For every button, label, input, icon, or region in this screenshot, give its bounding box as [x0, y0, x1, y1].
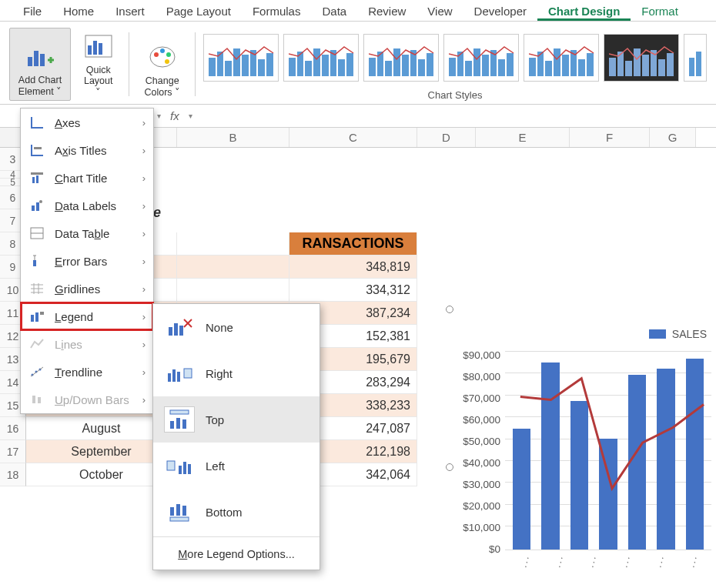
fx-dropdown-icon[interactable]: ▾ — [186, 112, 196, 120]
tab-chart-design[interactable]: Chart Design — [537, 2, 631, 21]
legend-top-icon — [164, 406, 195, 433]
tab-page-layout[interactable]: Page Layout — [156, 2, 242, 21]
table-cell[interactable]: 334,312 — [289, 279, 417, 302]
legend-icon — [28, 309, 45, 324]
svg-rect-38 — [168, 373, 171, 382]
table-cell[interactable] — [177, 232, 289, 256]
tab-file[interactable]: File — [12, 2, 52, 21]
submenu-item-left[interactable]: Left — [153, 443, 320, 489]
data-table-icon — [28, 226, 45, 241]
svg-point-18 — [39, 200, 42, 203]
submenu-item-none[interactable]: None — [153, 304, 320, 350]
submenu-item-right[interactable]: Right — [153, 350, 320, 396]
svg-rect-35 — [179, 326, 183, 336]
chart-style-7[interactable] — [684, 34, 707, 82]
svg-rect-13 — [31, 172, 43, 175]
chart-style-1[interactable] — [203, 34, 279, 82]
svg-rect-39 — [172, 369, 176, 382]
svg-point-10 — [166, 52, 171, 57]
quick-layout-icon — [83, 31, 114, 62]
submenu-item-bottom[interactable]: Bottom — [153, 489, 320, 535]
svg-rect-41 — [184, 369, 192, 378]
tab-review[interactable]: Review — [357, 2, 417, 21]
chart-style-2[interactable] — [283, 34, 359, 82]
row-header[interactable]: 17 — [0, 440, 26, 463]
updown-bars-icon — [28, 392, 45, 407]
chart-styles-gallery[interactable] — [203, 28, 707, 88]
tab-view[interactable]: View — [417, 2, 463, 21]
svg-point-9 — [160, 48, 165, 53]
menu-item-gridlines[interactable]: Gridlines› — [21, 275, 153, 302]
chart-legend[interactable]: SALES — [649, 328, 707, 340]
svg-rect-42 — [170, 410, 189, 414]
chart-resize-handle[interactable] — [446, 306, 453, 313]
svg-rect-53 — [170, 517, 189, 521]
menu-item-axis-titles[interactable]: Axis Titles› — [21, 136, 153, 164]
svg-rect-25 — [35, 312, 38, 322]
chart-style-4[interactable] — [443, 34, 519, 82]
col-header-d[interactable]: D — [417, 128, 476, 147]
svg-rect-31 — [32, 396, 35, 403]
table-cell[interactable] — [177, 256, 289, 279]
menu-item-data-labels[interactable]: Data Labels› — [21, 192, 153, 219]
legend-bottom-icon — [164, 499, 195, 525]
menu-item-error-bars[interactable]: Error Bars› — [21, 247, 153, 275]
col-header-c[interactable]: C — [289, 128, 417, 147]
svg-rect-1 — [34, 51, 38, 66]
tab-formulas[interactable]: Formulas — [242, 2, 312, 21]
svg-rect-0 — [28, 57, 32, 66]
chevron-right-icon: › — [142, 339, 146, 350]
lines-icon — [28, 336, 45, 352]
tab-home[interactable]: Home — [52, 2, 105, 21]
svg-rect-43 — [170, 421, 174, 429]
add-chart-element-button[interactable]: Add Chart Element ˅ — [9, 28, 71, 101]
svg-rect-26 — [40, 312, 44, 315]
fx-icon[interactable]: fx — [164, 109, 186, 122]
menu-item-data-table[interactable]: Data Table› — [21, 219, 153, 247]
svg-rect-12 — [34, 147, 42, 149]
chart-line[interactable] — [505, 351, 711, 550]
col-header-f[interactable]: F — [570, 128, 650, 147]
svg-rect-51 — [176, 504, 180, 516]
legend-swatch-icon — [649, 329, 666, 339]
col-header-b[interactable]: B — [177, 128, 289, 147]
tab-developer[interactable]: Developer — [463, 2, 537, 21]
chart-style-5[interactable] — [524, 34, 599, 82]
menu-item-axes[interactable]: AAxesxes› — [21, 109, 153, 136]
change-colors-button[interactable]: Change Colors ˅ — [137, 28, 187, 101]
row-header[interactable]: 18 — [0, 463, 26, 486]
table-cell[interactable] — [177, 279, 289, 302]
chart-style-6[interactable] — [604, 34, 679, 82]
menu-item-legend[interactable]: Legend› — [21, 302, 153, 330]
svg-rect-52 — [182, 506, 186, 516]
add-chart-element-menu: AAxesxes› Axis Titles› Chart Title› Data… — [20, 108, 154, 414]
menu-item-chart-title[interactable]: Chart Title› — [21, 164, 153, 192]
svg-rect-24 — [31, 315, 34, 322]
chevron-right-icon: › — [142, 366, 146, 378]
svg-rect-34 — [174, 323, 178, 336]
chart-x-axis: ⋰⋰⋰⋰⋰⋰ — [505, 557, 711, 568]
legend-right-icon — [164, 360, 195, 386]
svg-rect-21 — [33, 260, 36, 266]
quick-layout-button[interactable]: Quick Layout ˅ — [75, 28, 121, 101]
chevron-right-icon: › — [142, 228, 146, 239]
col-header-g[interactable]: G — [650, 128, 696, 147]
chart-style-3[interactable] — [363, 34, 439, 82]
menu-item-trendline[interactable]: Trendline› — [21, 358, 153, 386]
row-header[interactable]: 16 — [0, 417, 26, 440]
tab-data[interactable]: Data — [311, 2, 357, 21]
svg-rect-16 — [32, 205, 35, 211]
table-cell[interactable]: 348,819 — [289, 256, 417, 279]
chevron-right-icon: › — [142, 283, 146, 295]
tab-insert[interactable]: Insert — [105, 2, 156, 21]
chart-plot-area[interactable] — [505, 351, 711, 550]
embedded-chart[interactable]: SALES $90,000 $80,000 $70,000 $60,000 $5… — [450, 309, 716, 571]
submenu-item-top[interactable]: Top — [153, 396, 320, 443]
col-header-e[interactable]: E — [476, 128, 570, 147]
table-header-transactions[interactable]: RANSACTIONS — [289, 232, 417, 256]
submenu-item-more-options[interactable]: More Legend Options... — [153, 539, 320, 570]
tab-format[interactable]: Format — [631, 2, 689, 21]
menu-item-lines: Lines› — [21, 330, 153, 358]
name-box-dropdown-icon[interactable]: ▾ — [154, 112, 164, 120]
svg-rect-5 — [93, 41, 97, 55]
